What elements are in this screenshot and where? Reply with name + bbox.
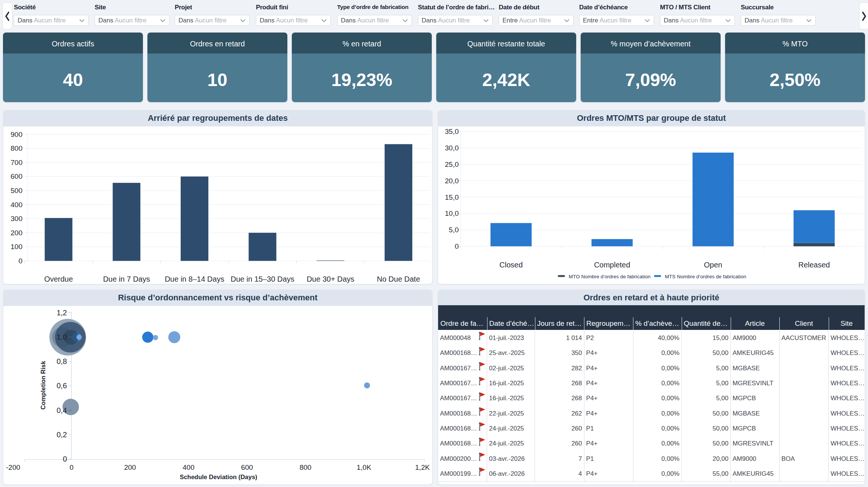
svg-text:Due in 8–14 Days: Due in 8–14 Days [165,275,224,283]
svg-text:1,0: 1,0 [56,333,67,341]
svg-text:1,2: 1,2 [56,309,67,317]
svg-text:600: 600 [10,172,22,180]
svg-text:MTO Nombre d’ordres de fabrica: MTO Nombre d’ordres de fabrication [569,274,651,279]
svg-text:No Due Date: No Due Date [377,275,420,283]
svg-text:0: 0 [18,257,22,265]
svg-text:0,8: 0,8 [56,357,67,365]
svg-text:Schedule Deviation (Days): Schedule Deviation (Days) [180,474,257,480]
svg-text:MTS Nombre d’ordres de fabrica: MTS Nombre d’ordres de fabrication [665,274,746,279]
svg-text:800: 800 [300,463,312,471]
svg-text:5,0: 5,0 [449,226,459,234]
svg-text:35,0: 35,0 [445,128,459,135]
svg-text:Released: Released [798,261,830,269]
svg-text:0: 0 [455,242,459,250]
svg-text:30,0: 30,0 [445,144,459,152]
svg-text:700: 700 [10,159,22,166]
svg-text:Due in 15–30 Days: Due in 15–30 Days [231,275,294,283]
svg-text:0: 0 [63,455,67,463]
svg-text:0,4: 0,4 [56,406,67,414]
svg-text:Open: Open [704,261,722,269]
svg-text:10,0: 10,0 [445,209,459,217]
svg-text:Completion Risk: Completion Risk [40,361,46,410]
svg-text:Due in 7 Days: Due in 7 Days [103,275,150,283]
svg-text:300: 300 [10,215,22,223]
svg-text:1,2K: 1,2K [415,463,430,471]
svg-text:Completed: Completed [594,261,630,269]
svg-text:200: 200 [124,463,136,471]
svg-text:900: 900 [10,131,22,138]
svg-text:800: 800 [10,144,22,152]
svg-text:Closed: Closed [499,261,523,269]
svg-text:400: 400 [10,201,22,209]
svg-text:600: 600 [241,463,253,471]
svg-text:25,0: 25,0 [445,160,459,168]
svg-text:0,6: 0,6 [56,382,67,390]
svg-text:Due 30+ Days: Due 30+ Days [307,275,354,283]
svg-text:Overdue: Overdue [44,275,73,283]
svg-text:20,0: 20,0 [445,177,459,185]
svg-text:0: 0 [70,463,74,471]
svg-text:0,2: 0,2 [56,431,67,439]
svg-text:100: 100 [10,243,22,251]
svg-text:-200: -200 [6,463,20,471]
svg-text:200: 200 [10,229,22,237]
svg-text:15,0: 15,0 [445,193,459,201]
svg-text:400: 400 [183,463,195,471]
svg-text:1,0K: 1,0K [357,463,371,471]
svg-text:500: 500 [10,187,22,195]
